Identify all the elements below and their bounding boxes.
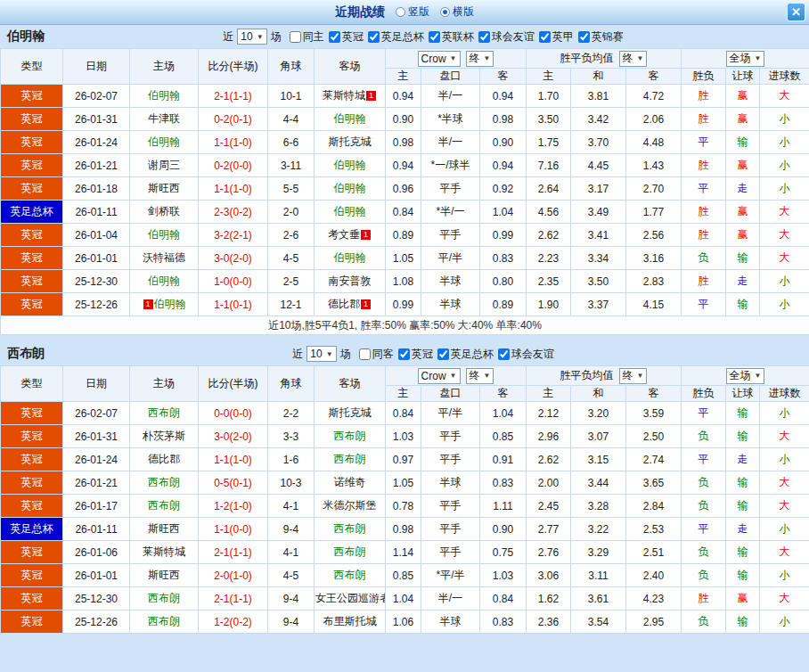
goals-result-cell: 大 bbox=[760, 425, 809, 448]
eu-draw-odds-cell: 3.07 bbox=[571, 425, 626, 448]
chevron-down-icon: ▼ bbox=[637, 372, 644, 380]
col-header-home: 主场 bbox=[130, 49, 199, 85]
filter-英足总杯[interactable]: 英足总杯 bbox=[433, 347, 494, 362]
score-cell: 1-1(0-1) bbox=[199, 293, 268, 316]
europe-stage-select[interactable]: 终▼ bbox=[619, 368, 648, 384]
chevron-down-icon: ▼ bbox=[450, 54, 457, 62]
ah-away-odds-cell: 0.83 bbox=[480, 611, 527, 634]
radio-icon[interactable] bbox=[396, 7, 405, 17]
league-cell: 英冠 bbox=[1, 177, 63, 201]
filter-英冠[interactable]: 英冠 bbox=[324, 29, 364, 45]
bookmaker-select[interactable]: Crow▼ bbox=[418, 368, 461, 384]
layout-radio-horizontal[interactable]: 横版 bbox=[440, 4, 474, 20]
wdl-result-cell: 胜 bbox=[682, 108, 726, 131]
handicap-cell: 平手 bbox=[421, 541, 480, 564]
match-row: 英冠26-01-24德比郡1-1(1-0)1-6西布朗0.97平手0.912.6… bbox=[1, 448, 809, 471]
date-cell: 25-12-26 bbox=[63, 611, 130, 634]
handicap-cell: *半球 bbox=[421, 108, 480, 131]
team-label: 谢周三 bbox=[148, 159, 180, 171]
filter-英足总杯[interactable]: 英足总杯 bbox=[364, 29, 424, 45]
filter-checkbox[interactable] bbox=[437, 348, 449, 360]
europe-stage-select[interactable]: 终▼ bbox=[619, 51, 648, 67]
bookmaker-select[interactable]: Crow▼ bbox=[418, 51, 461, 67]
scope-select[interactable]: 全场▼ bbox=[726, 368, 765, 384]
layout-radio-vertical[interactable]: 竖版 bbox=[396, 4, 429, 20]
ah-away-odds-cell: 0.90 bbox=[480, 131, 527, 154]
date-cell: 25-12-26 bbox=[63, 293, 130, 316]
corner-cell: 3-3 bbox=[268, 425, 315, 448]
filter-checkbox[interactable] bbox=[398, 348, 410, 360]
radio-label-vertical: 竖版 bbox=[408, 4, 429, 20]
sub-header-ah-result: 让球 bbox=[726, 386, 760, 402]
ah-home-odds-cell: 0.98 bbox=[386, 131, 421, 154]
score-cell: 1-1(0-0) bbox=[199, 518, 268, 541]
filter-球会友谊[interactable]: 球会友谊 bbox=[494, 347, 554, 362]
ah-away-odds-cell: 0.84 bbox=[480, 587, 527, 611]
ah-home-odds-cell: 0.96 bbox=[386, 177, 421, 201]
eu-away-odds-cell: 2.74 bbox=[626, 448, 682, 471]
ah-away-odds-cell: 1.04 bbox=[480, 402, 527, 425]
filter-同客[interactable]: 同客 bbox=[355, 347, 394, 362]
handicap-cell: 半球 bbox=[421, 611, 480, 634]
filter-英锦赛[interactable]: 英锦赛 bbox=[574, 29, 624, 45]
chevron-down-icon: ▼ bbox=[484, 54, 491, 62]
wdl-result-cell: 胜 bbox=[682, 154, 726, 177]
radio-icon[interactable] bbox=[440, 7, 450, 17]
handicap-result-cell: 输 bbox=[726, 425, 760, 448]
europe-odds-header: 胜平负均值 终▼ bbox=[527, 366, 682, 386]
away-team-cell: 伯明翰 bbox=[315, 108, 386, 131]
filter-controls: 近 10 ▼ 场 同主英冠英足总杯英联杯球会友谊英甲英锦赛 bbox=[45, 29, 802, 45]
close-button[interactable]: ✕ bbox=[787, 3, 805, 21]
goals-result-cell: 大 bbox=[760, 224, 809, 247]
goals-result-cell: 小 bbox=[760, 402, 809, 425]
filter-label: 同客 bbox=[372, 347, 394, 362]
filter-checkbox[interactable] bbox=[359, 348, 371, 360]
match-count-select[interactable]: 10 ▼ bbox=[237, 29, 266, 45]
filter-checkbox[interactable] bbox=[478, 31, 490, 43]
filter-checkbox[interactable] bbox=[578, 31, 590, 43]
date-cell: 26-01-11 bbox=[63, 518, 130, 541]
eu-home-odds-cell: 2.23 bbox=[527, 247, 571, 270]
near-label: 近 bbox=[292, 347, 303, 362]
score-cell: 0-2(0-1) bbox=[199, 108, 268, 131]
team-label: 西布朗 bbox=[334, 453, 366, 465]
goals-result-cell: 小 bbox=[760, 448, 809, 471]
match-count-select[interactable]: 10 ▼ bbox=[306, 346, 336, 362]
ah-away-odds-cell: 0.89 bbox=[480, 293, 527, 316]
stage-value: 终 bbox=[470, 368, 480, 383]
filter-英甲[interactable]: 英甲 bbox=[535, 29, 574, 45]
filter-英联杯[interactable]: 英联杯 bbox=[424, 29, 474, 45]
red-card-badge: 1 bbox=[143, 299, 153, 309]
away-team-cell: 西布朗 bbox=[315, 541, 386, 564]
eu-home-odds-cell: 2.12 bbox=[527, 402, 571, 425]
filter-checkbox[interactable] bbox=[539, 31, 551, 43]
match-row: 英冠26-01-31朴茨茅斯3-0(2-0)3-3西布朗1.03平手0.852.… bbox=[1, 425, 809, 448]
handicap-cell: 平手 bbox=[421, 518, 480, 541]
handicap-cell: 半/一 bbox=[421, 131, 480, 154]
filter-checkbox[interactable] bbox=[429, 31, 440, 43]
filter-球会友谊[interactable]: 球会友谊 bbox=[474, 29, 535, 45]
filter-同主[interactable]: 同主 bbox=[285, 29, 324, 45]
red-card-badge: 1 bbox=[366, 91, 376, 101]
score-cell: 2-0(1-0) bbox=[199, 564, 268, 587]
filter-checkbox[interactable] bbox=[329, 31, 340, 43]
filter-checkbox[interactable] bbox=[290, 31, 301, 43]
stage-value: 终 bbox=[623, 51, 633, 66]
goals-result-cell: 大 bbox=[760, 201, 809, 224]
ah-home-odds-cell: 0.90 bbox=[386, 108, 421, 131]
scope-select[interactable]: 全场▼ bbox=[726, 51, 765, 67]
filter-checkbox[interactable] bbox=[368, 31, 380, 43]
handicap-stage-select[interactable]: 终▼ bbox=[466, 368, 494, 384]
filter-checkbox[interactable] bbox=[498, 348, 510, 360]
score-cell: 1-0(0-0) bbox=[199, 270, 268, 293]
col-header-away: 客场 bbox=[315, 49, 386, 85]
handicap-cell: 平手 bbox=[421, 425, 480, 448]
filter-label: 英联杯 bbox=[442, 29, 474, 45]
date-cell: 26-02-07 bbox=[63, 85, 130, 108]
away-team-cell: 西布朗 bbox=[315, 518, 386, 541]
filter-英冠[interactable]: 英冠 bbox=[394, 347, 433, 362]
titlebar: 近期战绩 竖版 横版 ✕ bbox=[0, 0, 809, 25]
eu-away-odds-cell: 4.72 bbox=[626, 85, 682, 108]
ah-away-odds-cell: 0.92 bbox=[480, 177, 527, 201]
handicap-stage-select[interactable]: 终▼ bbox=[466, 51, 494, 67]
